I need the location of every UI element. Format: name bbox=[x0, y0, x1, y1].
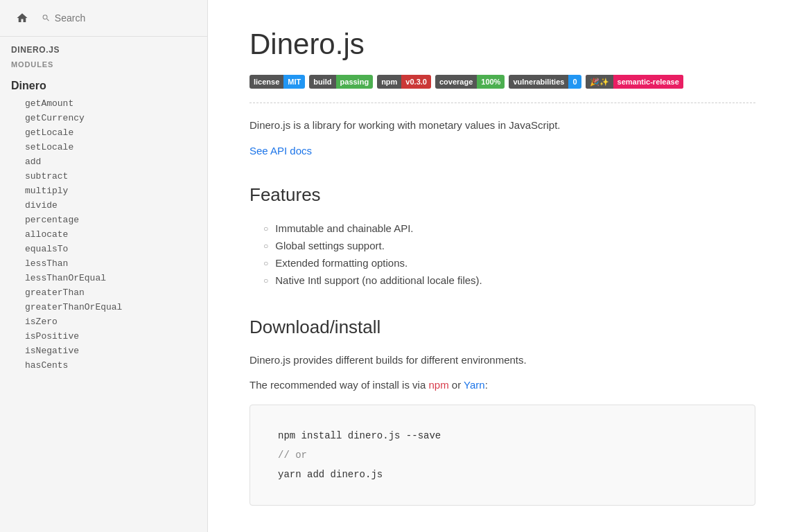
license-badge-right: MIT bbox=[283, 75, 305, 89]
sidebar-item-lessthan[interactable]: lessThan bbox=[0, 256, 207, 271]
sidebar-item-greaterthan[interactable]: greaterThan bbox=[0, 285, 207, 300]
sidebar-item-add[interactable]: add bbox=[0, 154, 207, 169]
sidebar-item-hascents[interactable]: hasCents bbox=[0, 358, 207, 373]
build-badge-right: passing bbox=[336, 75, 374, 89]
install-note: The recommended way of install is via np… bbox=[249, 377, 755, 393]
page-title: Dinero.js bbox=[249, 28, 755, 61]
breadcrumb: DINERO.JS bbox=[0, 37, 207, 60]
search-icon bbox=[42, 13, 51, 23]
build-badge-left: build bbox=[309, 75, 335, 89]
sidebar-item-getamount[interactable]: getAmount bbox=[0, 96, 207, 111]
yarn-link[interactable]: Yarn bbox=[464, 379, 485, 391]
code-line-2: yarn add dinero.js bbox=[278, 465, 727, 484]
sidebar-header bbox=[0, 0, 207, 37]
sidebar-item-multiply[interactable]: multiply bbox=[0, 184, 207, 198]
features-heading: Features bbox=[249, 184, 755, 206]
home-icon[interactable] bbox=[11, 7, 33, 29]
sidebar: DINERO.JS MODULES Dinero getAmountgetCur… bbox=[0, 0, 208, 532]
sidebar-item-greaterthanorequal[interactable]: greaterThanOrEqual bbox=[0, 300, 207, 314]
sidebar-item-ispositive[interactable]: isPositive bbox=[0, 329, 207, 344]
feature-item: Extended formatting options. bbox=[263, 254, 755, 272]
search-input[interactable] bbox=[55, 12, 196, 24]
license-badge-left: license bbox=[249, 75, 283, 89]
sidebar-nav: getAmountgetCurrencygetLocalesetLocalead… bbox=[0, 96, 207, 387]
dinero-module-heading[interactable]: Dinero bbox=[0, 76, 207, 96]
features-list: Immutable and chainable API.Global setti… bbox=[249, 220, 755, 289]
coverage-badge-left: coverage bbox=[435, 75, 477, 89]
search-area[interactable] bbox=[42, 12, 196, 24]
npm-badge-left: npm bbox=[377, 75, 401, 89]
sidebar-item-lessthanorequal[interactable]: lessThanOrEqual bbox=[0, 271, 207, 285]
description: Dinero.js is a library for working with … bbox=[249, 117, 755, 134]
feature-item: Native Intl support (no additional local… bbox=[263, 272, 755, 289]
semantic-release-badge[interactable]: 🎉✨ semantic-release bbox=[586, 75, 683, 89]
install-note-suffix: : bbox=[485, 379, 488, 391]
feature-item: Immutable and chainable API. bbox=[263, 220, 755, 237]
features-section: Features Immutable and chainable API.Glo… bbox=[249, 184, 755, 289]
sidebar-item-subtract[interactable]: subtract bbox=[0, 169, 207, 184]
sidebar-item-getcurrency[interactable]: getCurrency bbox=[0, 111, 207, 125]
semantic-badge-right: semantic-release bbox=[613, 75, 683, 89]
feature-item: Global settings support. bbox=[263, 237, 755, 254]
badges-row: license MIT build passing npm v0.3.0 cov… bbox=[249, 75, 755, 103]
semantic-badge-left: 🎉✨ bbox=[586, 75, 613, 89]
modules-label: MODULES bbox=[0, 60, 207, 76]
sidebar-item-iszero[interactable]: isZero bbox=[0, 314, 207, 329]
npm-badge-right: v0.3.0 bbox=[401, 75, 431, 89]
install-note-prefix: The recommended way of install is via bbox=[249, 379, 428, 391]
code-block: npm install dinero.js --save // or yarn … bbox=[249, 405, 755, 506]
sidebar-item-isnegative[interactable]: isNegative bbox=[0, 344, 207, 358]
coverage-badge[interactable]: coverage 100% bbox=[435, 75, 505, 89]
coverage-badge-right: 100% bbox=[477, 75, 505, 89]
vulnerabilities-badge[interactable]: vulnerabilities 0 bbox=[509, 75, 581, 89]
npm-link[interactable]: npm bbox=[428, 379, 448, 391]
code-line-1: npm install dinero.js --save bbox=[278, 426, 727, 445]
license-badge[interactable]: license MIT bbox=[249, 75, 305, 89]
sidebar-item-divide[interactable]: divide bbox=[0, 198, 207, 213]
npm-badge[interactable]: npm v0.3.0 bbox=[377, 75, 431, 89]
download-desc: Dinero.js provides different builds for … bbox=[249, 352, 755, 369]
download-heading: Download/install bbox=[249, 317, 755, 338]
main-content: Dinero.js license MIT build passing npm … bbox=[208, 0, 797, 532]
build-badge[interactable]: build passing bbox=[309, 75, 373, 89]
sidebar-item-setlocale[interactable]: setLocale bbox=[0, 140, 207, 154]
sidebar-item-allocate[interactable]: allocate bbox=[0, 227, 207, 242]
sidebar-item-equalsto[interactable]: equalsTo bbox=[0, 242, 207, 256]
download-section: Download/install Dinero.js provides diff… bbox=[249, 317, 755, 506]
install-note-middle: or bbox=[449, 379, 464, 391]
sidebar-item-getlocale[interactable]: getLocale bbox=[0, 125, 207, 140]
code-comment: // or bbox=[278, 445, 727, 465]
vulnerabilities-badge-right: 0 bbox=[568, 75, 581, 89]
vulnerabilities-badge-left: vulnerabilities bbox=[509, 75, 568, 89]
api-docs-link[interactable]: See API docs bbox=[249, 145, 312, 157]
sidebar-item-percentage[interactable]: percentage bbox=[0, 213, 207, 227]
